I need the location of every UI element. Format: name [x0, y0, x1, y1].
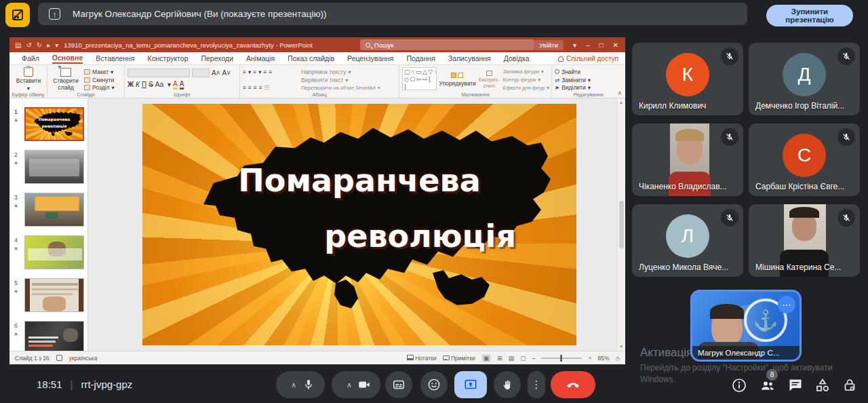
scroll-down-icon[interactable]: ▾ [620, 344, 623, 349]
minimize-icon[interactable]: – [586, 41, 590, 49]
mic-control[interactable]: ∧ [276, 371, 325, 398]
new-slide-button[interactable]: Створити слайд [50, 67, 81, 92]
tab-design[interactable]: Конструктор [148, 54, 189, 62]
section-button[interactable]: Розділ▾ [84, 83, 115, 92]
restore-icon[interactable]: □ [599, 41, 604, 49]
strikethrough-button[interactable]: S [149, 81, 153, 88]
grow-font-button[interactable]: A˄ [212, 69, 220, 77]
tab-transitions[interactable]: Переходи [201, 54, 233, 62]
select-button[interactable]: ➤Виділити▾ [555, 83, 619, 92]
zoom-in-button[interactable]: + [588, 355, 591, 362]
reading-view-button[interactable]: ▤ [509, 355, 515, 362]
thumbnail-6[interactable]: 6 ★ [9, 321, 88, 351]
font-name-select[interactable] [127, 69, 190, 77]
thumbnail-3[interactable]: 3 ★ [9, 193, 88, 231]
participant-tile[interactable]: Мішина Катерина Се... [749, 204, 860, 277]
zoom-slider[interactable] [541, 358, 582, 359]
save-icon[interactable]: ▤ [15, 41, 21, 49]
tab-home[interactable]: Основне [52, 54, 83, 64]
mic-options-chevron-icon[interactable]: ∧ [285, 381, 302, 389]
font-size-select[interactable] [192, 69, 210, 77]
quick-access-toolbar[interactable]: ▤ ↺ ↻ ▸ ▾ [9, 41, 64, 49]
participant-tile[interactable]: С Сарбаш Крістіна Євге... [749, 123, 860, 196]
camera-options-chevron-icon[interactable]: ∧ [341, 381, 357, 389]
underline-button[interactable]: П [142, 81, 146, 88]
comments-toggle[interactable]: Примітки [451, 355, 475, 362]
thumbnail-4[interactable]: 4 ★ [9, 235, 88, 273]
find-button[interactable]: Знайти [555, 68, 619, 76]
self-view-tile[interactable]: ⚓ ⋯ Магрук Олександр С... [690, 290, 802, 362]
tab-view[interactable]: Подання [407, 54, 435, 62]
text-direction-button[interactable]: Напрямок тексту▾ [301, 68, 396, 76]
slideshow-view-button[interactable]: ▢ [520, 355, 526, 362]
bullets-row[interactable]: ≡▾ ≡▾ ≡≡ [243, 68, 296, 76]
redo-icon[interactable]: ↻ [37, 41, 42, 49]
tab-review[interactable]: Рецензування [347, 54, 393, 62]
tab-help[interactable]: Довідка [504, 54, 530, 62]
quick-styles-button[interactable]: Експрес-стилі [479, 67, 500, 92]
shape-effects-button[interactable]: Ефекти для фігур▾ [503, 83, 550, 92]
activities-button[interactable] [814, 377, 831, 394]
font-color-button[interactable]: A [180, 80, 184, 90]
slide-scrollbar[interactable]: ▴ ▾ [616, 98, 625, 351]
participant-tile[interactable]: Л Луценко Микола Вяче... [632, 204, 743, 277]
present-now-button[interactable] [454, 371, 487, 398]
zoom-out-button[interactable]: – [532, 355, 536, 362]
stop-presenting-button[interactable]: Зупинити презентацію [766, 5, 853, 26]
reactions-button[interactable] [420, 371, 448, 398]
sign-in-button[interactable]: Увійти [534, 40, 564, 50]
undo-icon[interactable]: ↺ [26, 41, 31, 49]
thumbnail-2[interactable]: 2 ★ [9, 150, 88, 188]
normal-view-button[interactable]: ▣ [481, 354, 492, 362]
italic-button[interactable]: К [136, 81, 140, 88]
ppt-search-box[interactable]: Пошук [360, 39, 534, 50]
replace-button[interactable]: ⇄Замінити▾ [555, 76, 619, 84]
chat-button[interactable] [787, 377, 804, 394]
ppt-titlebar[interactable]: ▤ ↺ ↻ ▸ ▾ 13910_prezentaciya_na_temu_pom… [9, 37, 625, 52]
mic-icon[interactable] [302, 378, 315, 391]
captions-button[interactable] [385, 371, 412, 398]
camera-icon[interactable] [357, 378, 371, 391]
tab-slideshow[interactable]: Показ слайдів [288, 54, 334, 62]
leave-call-button[interactable] [551, 371, 595, 398]
scroll-up-icon[interactable]: ▴ [620, 100, 623, 105]
ribbon-display-icon[interactable]: ▾ [573, 41, 576, 49]
smartart-button[interactable]: Перетворити на об'єкт SmartArt▾ [301, 83, 396, 92]
tab-recording[interactable]: Записування [448, 54, 491, 62]
shrink-font-button[interactable]: A˅ [222, 69, 231, 77]
layout-button[interactable]: Макет▾ [84, 68, 115, 76]
presentation-app-icon[interactable] [5, 3, 30, 27]
raise-hand-button[interactable] [494, 371, 521, 398]
camera-control[interactable]: ∧ [332, 371, 380, 398]
thumbnail-5[interactable]: 5 ★ [9, 278, 88, 316]
collapse-ribbon-icon[interactable]: ∧ [617, 90, 622, 96]
highlight-button[interactable]: A [173, 80, 178, 90]
zoom-level[interactable]: 85% [597, 355, 609, 362]
slide-canvas[interactable]: Помаранчева революція [142, 104, 576, 345]
align-text-button[interactable]: Вирівняти текст▾ [301, 76, 396, 84]
bold-button[interactable]: Ж [127, 81, 134, 88]
participant-tile[interactable]: К Кирилл Климович [632, 43, 743, 115]
close-icon[interactable]: ✕ [613, 41, 618, 49]
shapes-gallery[interactable]: ▢○▭△▽☆ ◇⬠⇦⇨{ } [402, 67, 437, 90]
language-indicator[interactable]: українська [69, 355, 98, 362]
qat-dropdown-icon[interactable]: ▾ [55, 41, 58, 49]
meeting-details-button[interactable] [731, 377, 747, 394]
thumbnail-1[interactable]: 1 ★ Помаранчева революція [9, 107, 88, 145]
participant-tile[interactable]: Чіканенко Владислав... [632, 123, 743, 196]
arrange-button[interactable]: Упорядкувати [440, 67, 475, 92]
notes-toggle[interactable]: Нотатки [415, 355, 436, 362]
shape-fill-button[interactable]: Заливка фігури▾ [503, 68, 550, 76]
align-row[interactable]: ≡≡ ≡≡ ☷ [243, 83, 296, 92]
participant-tile[interactable]: Д Демченко Ігор Віталій... [749, 43, 860, 115]
scrollbar-thumb[interactable] [619, 201, 624, 248]
slideshow-icon[interactable]: ▸ [47, 41, 50, 49]
more-options-button[interactable]: ⋮ [528, 371, 545, 398]
reset-button[interactable]: Скинути [84, 76, 115, 84]
case-button[interactable]: Aa▾ [155, 81, 171, 88]
zoom-slider-thumb[interactable] [560, 355, 562, 362]
slide-sorter-view-button[interactable]: ⊞ [497, 355, 502, 362]
shape-outline-button[interactable]: Контур фігури▾ [503, 76, 550, 84]
tab-insert[interactable]: Вставлення [96, 54, 134, 62]
slide-thumbnail-panel[interactable]: 1 ★ Помаранчева революція 2 [9, 98, 88, 351]
